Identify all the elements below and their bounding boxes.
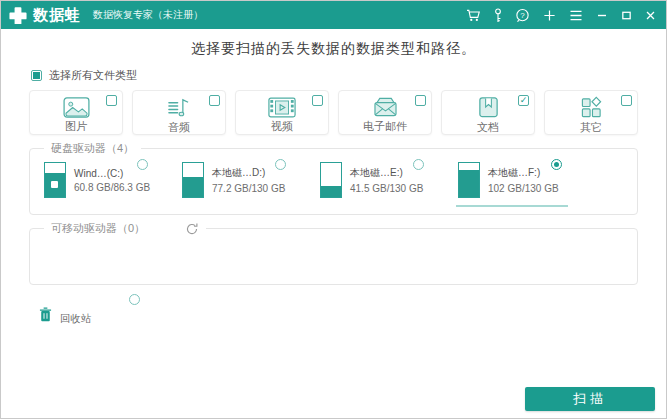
checkbox-indeterminate-icon bbox=[31, 70, 42, 81]
file-type-card-other[interactable]: 其它 bbox=[544, 90, 638, 135]
drive-item-e[interactable]: 本地磁…E:) 41.5 GB/130 GB bbox=[318, 162, 456, 198]
close-button[interactable] bbox=[645, 10, 656, 21]
key-icon[interactable] bbox=[494, 8, 502, 23]
file-type-cards: 图片 音频 视频 电子邮件 bbox=[29, 90, 638, 135]
cart-icon[interactable] bbox=[466, 9, 481, 22]
email-checkbox[interactable] bbox=[415, 95, 426, 106]
document-checkbox[interactable] bbox=[518, 95, 529, 106]
windows-logo-icon bbox=[51, 181, 58, 188]
drive-item-c[interactable]: Wind…(C:) 60.8 GB/86.3 GB bbox=[42, 162, 180, 198]
select-all-label: 选择所有文件类型 bbox=[49, 68, 137, 83]
drive-icon bbox=[44, 162, 66, 198]
drive-name: 本地磁…F:) bbox=[488, 166, 559, 180]
file-type-card-video[interactable]: 视频 bbox=[235, 90, 329, 135]
svg-text:?: ? bbox=[520, 10, 525, 19]
hard-drives-group: 硬盘驱动器（4） Wind…(C:) 60.8 GB/86.3 GB bbox=[29, 141, 638, 215]
file-type-card-document[interactable]: 文档 bbox=[441, 90, 535, 135]
removable-drives-legend: 可移动驱动器（0） bbox=[51, 221, 145, 236]
drive-e-radio[interactable] bbox=[413, 159, 424, 170]
image-checkbox[interactable] bbox=[106, 95, 117, 106]
main-content: 选择要扫描的丢失数据的数据类型和路径。 选择所有文件类型 图片 音频 bbox=[1, 40, 666, 419]
audio-icon bbox=[167, 96, 192, 119]
brand: 数据蛙 数据恢复专家（未注册） bbox=[9, 6, 203, 25]
other-checkbox[interactable] bbox=[621, 95, 632, 106]
drive-icon bbox=[320, 162, 342, 198]
app-window: 数据蛙 数据恢复专家（未注册） ? bbox=[0, 0, 667, 419]
recycle-bin-area: 回收站 bbox=[29, 289, 638, 335]
page-title: 选择要扫描的丢失数据的数据类型和路径。 bbox=[1, 40, 666, 58]
drive-f-radio[interactable] bbox=[551, 159, 562, 170]
file-type-label: 其它 bbox=[580, 120, 602, 135]
file-type-label: 图片 bbox=[65, 119, 87, 134]
plus-icon[interactable] bbox=[543, 9, 556, 22]
other-icon bbox=[580, 96, 603, 119]
drive-name: 本地磁…D:) bbox=[212, 166, 285, 180]
app-subtitle: 数据恢复专家（未注册） bbox=[93, 8, 203, 22]
scan-button[interactable]: 扫描 bbox=[525, 387, 655, 411]
maximize-button[interactable] bbox=[621, 10, 632, 21]
video-checkbox[interactable] bbox=[312, 95, 323, 106]
select-all-checkbox[interactable]: 选择所有文件类型 bbox=[31, 68, 137, 83]
file-type-label: 电子邮件 bbox=[363, 119, 407, 134]
video-icon bbox=[268, 96, 296, 118]
help-icon[interactable]: ? bbox=[515, 8, 530, 23]
file-type-card-email[interactable]: 电子邮件 bbox=[338, 90, 432, 135]
file-type-card-image[interactable]: 图片 bbox=[29, 90, 123, 135]
menu-icon[interactable] bbox=[569, 10, 583, 21]
titlebar: 数据蛙 数据恢复专家（未注册） ? bbox=[1, 1, 666, 29]
drive-d-radio[interactable] bbox=[275, 159, 286, 170]
drive-capacity: 60.8 GB/86.3 GB bbox=[74, 182, 150, 193]
recycle-bin-radio[interactable] bbox=[129, 294, 140, 305]
app-logo-icon bbox=[9, 6, 27, 24]
audio-checkbox[interactable] bbox=[209, 95, 220, 106]
removable-drives-group: 可移动驱动器（0） bbox=[29, 221, 638, 285]
titlebar-actions: ? bbox=[466, 8, 656, 23]
email-icon bbox=[372, 96, 399, 118]
drive-c-radio[interactable] bbox=[137, 159, 148, 170]
recycle-bin-label: 回收站 bbox=[60, 312, 92, 326]
drive-capacity: 77.2 GB/130 GB bbox=[212, 183, 285, 194]
selected-underline bbox=[456, 205, 568, 207]
drive-icon bbox=[182, 162, 204, 198]
drive-icon bbox=[458, 162, 480, 198]
drive-capacity: 102 GB/130 GB bbox=[488, 183, 559, 194]
file-type-label: 视频 bbox=[271, 119, 293, 134]
drive-capacity: 41.5 GB/130 GB bbox=[350, 183, 423, 194]
drive-item-f[interactable]: 本地磁…F:) 102 GB/130 GB bbox=[456, 162, 594, 198]
drive-name: 本地磁…E:) bbox=[350, 166, 423, 180]
hard-drives-legend: 硬盘驱动器（4） bbox=[44, 141, 141, 156]
drive-list: Wind…(C:) 60.8 GB/86.3 GB 本地磁…D:) 77.2 G… bbox=[42, 162, 625, 198]
file-type-card-audio[interactable]: 音频 bbox=[132, 90, 226, 135]
document-icon bbox=[477, 96, 500, 119]
app-name: 数据蛙 bbox=[33, 6, 81, 25]
drive-item-d[interactable]: 本地磁…D:) 77.2 GB/130 GB bbox=[180, 162, 318, 198]
minimize-button[interactable] bbox=[596, 9, 608, 21]
file-type-label: 文档 bbox=[477, 120, 499, 135]
image-icon bbox=[63, 96, 90, 118]
file-type-label: 音频 bbox=[168, 120, 190, 135]
refresh-icon[interactable] bbox=[185, 222, 199, 236]
recycle-bin-item[interactable]: 回收站 bbox=[39, 307, 92, 326]
trash-icon bbox=[39, 307, 52, 326]
